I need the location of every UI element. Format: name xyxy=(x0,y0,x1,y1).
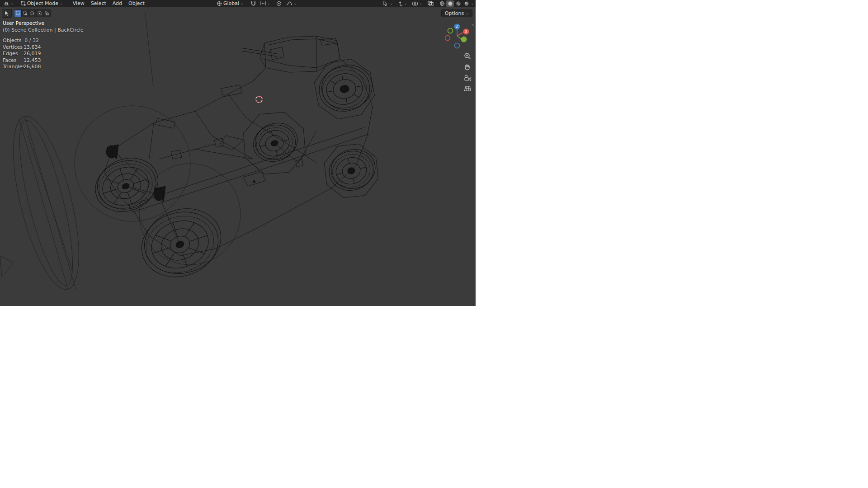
xray-toggle[interactable] xyxy=(426,0,435,7)
select-mode-intersect-button[interactable] xyxy=(43,9,51,17)
select-intersect-icon xyxy=(45,11,49,15)
cursor-3d xyxy=(254,94,264,104)
gizmos-dropdown[interactable]: ⌄ xyxy=(396,0,409,7)
svg-text:X: X xyxy=(465,30,467,34)
chevron-down-icon: ⌄ xyxy=(10,0,14,7)
menu-select[interactable]: Select xyxy=(88,0,109,6)
mode-selector[interactable]: Object Mode ⌄ xyxy=(19,0,65,7)
chevron-down-icon: ⌄ xyxy=(420,0,423,7)
blender-window: ⌄ Object Mode ⌄ View Select Add Object xyxy=(0,0,476,306)
stat-row-vertices: Vertices 13,634 xyxy=(3,44,84,51)
zoom-icon xyxy=(464,52,471,60)
chevron-down-icon: ⌄ xyxy=(404,0,407,7)
grid-perspective-icon xyxy=(464,85,472,92)
editor-3d-viewport-icon xyxy=(4,1,9,6)
select-new-icon xyxy=(16,11,20,15)
desktop-background: ⌄ Object Mode ⌄ View Select Add Object xyxy=(0,0,868,488)
stat-row-edges: Edges 26,019 xyxy=(3,51,84,57)
shading-solid-icon xyxy=(448,1,453,6)
xray-icon xyxy=(428,1,434,6)
gizmo-axis-z-negative[interactable] xyxy=(455,43,460,48)
orientation-label: Global xyxy=(223,0,239,6)
transform-orientation-dropdown[interactable]: Global ⌄ xyxy=(215,0,245,7)
chevron-down-icon: ⌄ xyxy=(241,0,244,7)
overlays-dropdown[interactable]: ⌄ xyxy=(410,0,425,7)
select-mode-subtract-button[interactable] xyxy=(29,9,36,17)
object-mode-icon xyxy=(21,1,26,6)
zoom-control[interactable] xyxy=(462,51,472,61)
proportional-editing-icon xyxy=(276,1,282,6)
select-mode-extend-button[interactable] xyxy=(22,9,29,17)
gizmo-axis-y-negative[interactable] xyxy=(448,28,453,33)
ortho-perspective-toggle[interactable] xyxy=(462,83,472,94)
stat-row-faces: Faces 12,453 xyxy=(3,57,84,64)
object-visibility-dropdown[interactable]: ⌄ xyxy=(381,0,395,7)
proportional-falloff-dropdown[interactable]: ⌄ xyxy=(284,0,298,7)
viewport-side-controls xyxy=(462,51,472,94)
select-invert-icon xyxy=(38,11,42,15)
camera-icon xyxy=(464,75,472,81)
viewport-overlay-text: User Perspective (0) Scene Collection | … xyxy=(3,20,84,70)
overlays-icon xyxy=(412,1,418,6)
menu-bar: View Select Add Object xyxy=(70,0,147,6)
shading-rendered-button[interactable] xyxy=(462,0,470,7)
svg-text:Z: Z xyxy=(456,25,458,29)
options-button[interactable]: Options ⌄ xyxy=(441,9,472,17)
menu-object[interactable]: Object xyxy=(126,0,147,6)
viewport-header: ⌄ Object Mode ⌄ View Select Add Object xyxy=(0,0,476,7)
view-perspective-label: User Perspective xyxy=(3,20,84,27)
pan-control[interactable] xyxy=(462,61,472,72)
chevron-down-icon: ⌄ xyxy=(390,0,393,7)
chevron-down-icon: ⌄ xyxy=(471,0,474,7)
proportional-editing-toggle[interactable] xyxy=(274,0,283,7)
select-mode-invert-button[interactable] xyxy=(36,9,43,17)
camera-view-control[interactable] xyxy=(462,72,472,83)
snap-toggle[interactable] xyxy=(249,0,258,7)
select-mode-new-button[interactable] xyxy=(14,9,22,17)
gizmo-axis-x-negative[interactable] xyxy=(445,36,450,41)
snap-settings-dropdown[interactable]: ⌄ xyxy=(259,0,272,7)
sidebar-toggle-arrow[interactable]: ‹ xyxy=(472,22,474,27)
chevron-down-icon: ⌄ xyxy=(267,0,270,7)
shading-mode-group: ⌄ xyxy=(438,0,474,7)
snap-increment-icon xyxy=(260,1,266,6)
editor-type-selector[interactable]: ⌄ xyxy=(2,0,15,7)
navigation-gizmo[interactable]: Z X xyxy=(444,23,470,49)
stat-row-objects: Objects 0 / 32 xyxy=(3,38,84,44)
select-subtract-icon xyxy=(30,11,34,15)
shading-material-icon xyxy=(456,1,461,6)
options-label: Options xyxy=(445,10,464,16)
menu-add[interactable]: Add xyxy=(110,0,125,6)
mode-selector-label: Object Mode xyxy=(27,0,58,6)
falloff-curve-icon xyxy=(286,1,292,6)
shading-wireframe-button[interactable] xyxy=(438,0,446,7)
scene-statistics: Objects 0 / 32 Vertices 13,634 Edges 26,… xyxy=(3,38,84,70)
orientation-global-icon xyxy=(217,1,222,6)
gizmo-icon xyxy=(397,1,403,6)
chevron-down-icon: ⌄ xyxy=(293,0,297,7)
menu-view[interactable]: View xyxy=(70,0,87,6)
selectability-visibility-icon xyxy=(383,1,388,6)
active-collection-label: (0) Scene Collection | BackCircle xyxy=(3,27,84,33)
cursor-select-icon xyxy=(4,10,9,16)
magnet-icon xyxy=(251,1,256,6)
active-tool-select-box[interactable] xyxy=(2,9,12,18)
stat-row-triangles: Triangles 26,608 xyxy=(3,64,84,70)
shading-wireframe-icon xyxy=(439,1,445,6)
shading-rendered-icon xyxy=(464,1,469,6)
chevron-down-icon: ⌄ xyxy=(466,10,469,17)
shading-solid-button[interactable] xyxy=(446,0,454,7)
shading-material-button[interactable] xyxy=(454,0,462,7)
hand-icon xyxy=(464,63,471,70)
gizmo-axis-y-positive[interactable] xyxy=(461,37,467,42)
select-extend-icon xyxy=(23,11,27,15)
chevron-down-icon: ⌄ xyxy=(60,0,63,7)
select-mode-group xyxy=(14,9,51,17)
